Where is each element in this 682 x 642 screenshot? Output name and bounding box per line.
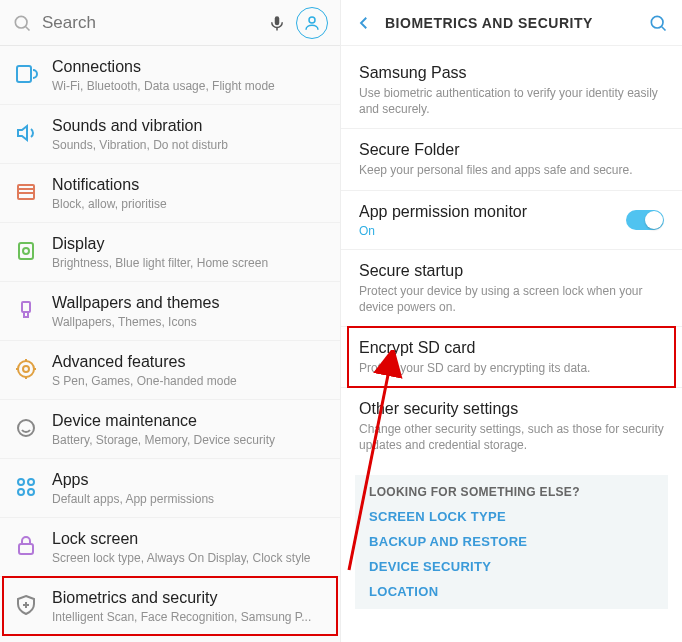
wallpapers-icon bbox=[14, 298, 38, 322]
detail-item-samsung-pass[interactable]: Samsung Pass Use biometric authenticatio… bbox=[341, 46, 682, 128]
link-screen-lock-type[interactable]: SCREEN LOCK TYPE bbox=[369, 509, 654, 524]
d-title: Encrypt SD card bbox=[359, 339, 664, 357]
svg-rect-5 bbox=[17, 66, 31, 82]
search-icon[interactable] bbox=[648, 13, 668, 33]
lb-title: LOOKING FOR SOMETHING ELSE? bbox=[369, 485, 654, 499]
svg-point-10 bbox=[23, 248, 29, 254]
svg-point-20 bbox=[28, 479, 34, 485]
item-title: Advanced features bbox=[52, 353, 326, 371]
settings-item-sounds[interactable]: Sounds and vibration Sounds, Vibration, … bbox=[0, 104, 340, 163]
detail-item-encrypt-sd-card[interactable]: Encrypt SD card Protect your SD card by … bbox=[341, 326, 682, 387]
item-sub: Brightness, Blue light filter, Home scre… bbox=[52, 256, 326, 270]
svg-point-22 bbox=[28, 489, 34, 495]
item-text: Notifications Block, allow, prioritise bbox=[52, 176, 326, 211]
d-title: Secure Folder bbox=[359, 141, 664, 159]
detail-title: BIOMETRICS AND SECURITY bbox=[385, 15, 636, 31]
advanced-icon bbox=[14, 357, 38, 381]
item-sub: Screen lock type, Always On Display, Clo… bbox=[52, 551, 326, 565]
settings-item-connections[interactable]: Connections Wi-Fi, Bluetooth, Data usage… bbox=[0, 46, 340, 104]
search-icon bbox=[12, 13, 32, 33]
biometrics-icon bbox=[14, 593, 38, 617]
d-sub: Protect your SD card by encrypting its d… bbox=[359, 360, 664, 376]
display-icon bbox=[14, 239, 38, 263]
item-text: Apps Default apps, App permissions bbox=[52, 471, 326, 506]
profile-icon[interactable] bbox=[296, 7, 328, 39]
item-text: Connections Wi-Fi, Bluetooth, Data usage… bbox=[52, 58, 326, 93]
maintenance-icon bbox=[14, 416, 38, 440]
apps-icon bbox=[14, 475, 38, 499]
item-text: Device maintenance Battery, Storage, Mem… bbox=[52, 412, 326, 447]
settings-list: Connections Wi-Fi, Bluetooth, Data usage… bbox=[0, 46, 340, 635]
svg-point-4 bbox=[309, 17, 315, 23]
d-sub: Change other security settings, such as … bbox=[359, 421, 664, 453]
detail-item-app-permission-monitor[interactable]: App permission monitor On bbox=[341, 190, 682, 249]
item-title: Wallpapers and themes bbox=[52, 294, 326, 312]
svg-point-12 bbox=[18, 361, 34, 377]
item-text: Sounds and vibration Sounds, Vibration, … bbox=[52, 117, 326, 152]
settings-item-lockscreen[interactable]: Lock screen Screen lock type, Always On … bbox=[0, 517, 340, 576]
item-text: Display Brightness, Blue light filter, H… bbox=[52, 235, 326, 270]
svg-point-13 bbox=[23, 366, 29, 372]
detail-header: BIOMETRICS AND SECURITY bbox=[341, 0, 682, 46]
settings-item-notifications[interactable]: Notifications Block, allow, prioritise bbox=[0, 163, 340, 222]
item-title: Lock screen bbox=[52, 530, 326, 548]
d-title: App permission monitor bbox=[359, 203, 626, 221]
lockscreen-icon bbox=[14, 534, 38, 558]
notifications-icon bbox=[14, 180, 38, 204]
item-text: Biometrics and security Intelligent Scan… bbox=[52, 589, 326, 624]
toggle-switch[interactable] bbox=[626, 210, 664, 230]
link-device-security[interactable]: DEVICE SECURITY bbox=[369, 559, 654, 574]
item-title: Apps bbox=[52, 471, 326, 489]
item-sub: Wi-Fi, Bluetooth, Data usage, Flight mod… bbox=[52, 79, 326, 93]
item-sub: Default apps, App permissions bbox=[52, 492, 326, 506]
detail-list: Samsung Pass Use biometric authenticatio… bbox=[341, 46, 682, 465]
settings-item-maintenance[interactable]: Device maintenance Battery, Storage, Mem… bbox=[0, 399, 340, 458]
link-location[interactable]: LOCATION bbox=[369, 584, 654, 599]
item-text: Wallpapers and themes Wallpapers, Themes… bbox=[52, 294, 326, 329]
settings-item-wallpapers[interactable]: Wallpapers and themes Wallpapers, Themes… bbox=[0, 281, 340, 340]
svg-point-21 bbox=[18, 489, 24, 495]
detail-item-other-security[interactable]: Other security settings Change other sec… bbox=[341, 387, 682, 464]
item-title: Device maintenance bbox=[52, 412, 326, 430]
d-title: Secure startup bbox=[359, 262, 664, 280]
svg-rect-11 bbox=[22, 302, 30, 312]
sounds-icon bbox=[14, 121, 38, 145]
biometrics-security-pane: BIOMETRICS AND SECURITY Samsung Pass Use… bbox=[341, 0, 682, 642]
item-sub: Battery, Storage, Memory, Device securit… bbox=[52, 433, 326, 447]
back-icon[interactable] bbox=[355, 14, 373, 32]
settings-item-apps[interactable]: Apps Default apps, App permissions bbox=[0, 458, 340, 517]
search-input[interactable] bbox=[42, 13, 258, 33]
svg-point-19 bbox=[18, 479, 24, 485]
item-title: Biometrics and security bbox=[52, 589, 326, 607]
detail-item-secure-folder[interactable]: Secure Folder Keep your personal files a… bbox=[341, 128, 682, 189]
looking-for-box: LOOKING FOR SOMETHING ELSE? SCREEN LOCK … bbox=[355, 475, 668, 609]
item-sub: Wallpapers, Themes, Icons bbox=[52, 315, 326, 329]
item-sub: Sounds, Vibration, Do not disturb bbox=[52, 138, 326, 152]
d-sub: Use biometric authentication to verify y… bbox=[359, 85, 664, 117]
settings-main-pane: Connections Wi-Fi, Bluetooth, Data usage… bbox=[0, 0, 341, 642]
d-status-on: On bbox=[359, 224, 626, 238]
detail-item-secure-startup[interactable]: Secure startup Protect your device by us… bbox=[341, 249, 682, 326]
item-title: Notifications bbox=[52, 176, 326, 194]
item-sub: Intelligent Scan, Face Recognition, Sams… bbox=[52, 610, 326, 624]
link-backup-restore[interactable]: BACKUP AND RESTORE bbox=[369, 534, 654, 549]
d-sub: Protect your device by using a screen lo… bbox=[359, 283, 664, 315]
svg-line-27 bbox=[662, 26, 666, 30]
item-sub: S Pen, Games, One-handed mode bbox=[52, 374, 326, 388]
d-title: Other security settings bbox=[359, 400, 664, 418]
svg-rect-2 bbox=[275, 16, 280, 25]
svg-rect-9 bbox=[19, 243, 33, 259]
item-sub: Block, allow, prioritise bbox=[52, 197, 326, 211]
svg-point-26 bbox=[651, 16, 663, 28]
item-text: Advanced features S Pen, Games, One-hand… bbox=[52, 353, 326, 388]
item-title: Connections bbox=[52, 58, 326, 76]
settings-item-advanced[interactable]: Advanced features S Pen, Games, One-hand… bbox=[0, 340, 340, 399]
svg-point-18 bbox=[18, 420, 34, 436]
svg-rect-23 bbox=[19, 544, 33, 554]
item-text: Lock screen Screen lock type, Always On … bbox=[52, 530, 326, 565]
d-sub: Keep your personal files and apps safe a… bbox=[359, 162, 664, 178]
settings-item-display[interactable]: Display Brightness, Blue light filter, H… bbox=[0, 222, 340, 281]
connections-icon bbox=[14, 62, 38, 86]
mic-icon[interactable] bbox=[268, 14, 286, 32]
settings-item-biometrics[interactable]: Biometrics and security Intelligent Scan… bbox=[0, 576, 340, 635]
